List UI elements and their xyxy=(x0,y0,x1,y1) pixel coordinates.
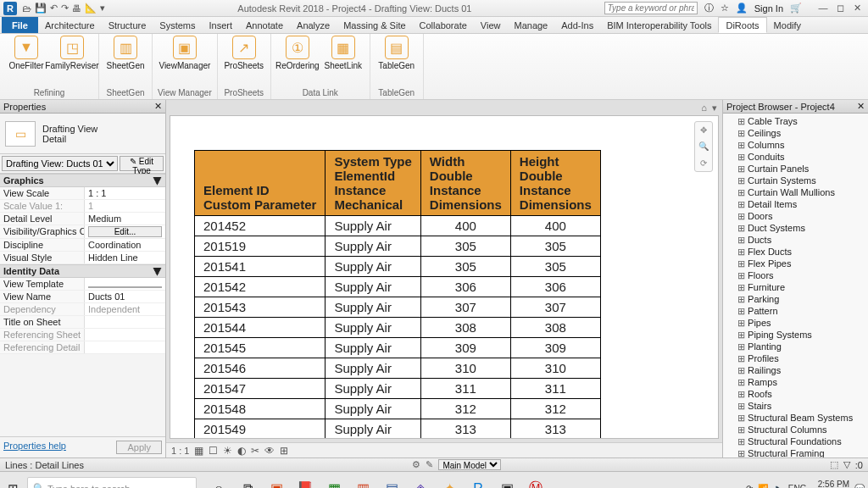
word-icon[interactable]: ▤ xyxy=(378,475,405,489)
tree-node[interactable]: ⊞ Structural Columns xyxy=(723,424,868,435)
detail-level-icon[interactable]: ▦ xyxy=(194,445,203,457)
tablegen-button[interactable]: ▤TableGen xyxy=(376,36,418,70)
tree-node[interactable]: ⊞ Cable Trays xyxy=(723,115,868,127)
crop-icon[interactable]: ✂ xyxy=(251,445,259,457)
taskview-icon[interactable]: ⧉ xyxy=(234,475,261,489)
canvas[interactable]: ✥ 🔍 ⟳ Element IDCustom ParameterSystem T… xyxy=(170,115,719,439)
apply-button[interactable]: Apply xyxy=(116,441,162,454)
tree-node[interactable]: ⊞ Railings xyxy=(723,364,868,376)
sheetgen-button[interactable]: ▥SheetGen xyxy=(104,36,147,70)
scale-label[interactable]: 1 : 1 xyxy=(171,446,189,456)
help-search-input[interactable] xyxy=(604,2,698,14)
tree-node[interactable]: ⊞ Furniture xyxy=(723,281,868,293)
tree-node[interactable]: ⊞ Ramps xyxy=(723,376,868,388)
tab-diroots[interactable]: DiRoots xyxy=(718,17,766,33)
minimize-button[interactable]: — xyxy=(815,3,831,14)
tab-modify[interactable]: Modify xyxy=(767,17,808,33)
notifications-icon[interactable]: 💬 xyxy=(854,484,865,488)
section-identity[interactable]: Identity Data⯆ xyxy=(0,264,165,278)
tab-architecture[interactable]: Architecture xyxy=(38,17,102,33)
excel-icon[interactable]: ▦ xyxy=(320,475,348,489)
tab-massing-site[interactable]: Massing & Site xyxy=(337,17,412,33)
orbit-icon[interactable]: ⟳ xyxy=(700,158,707,168)
tree-node[interactable]: ⊞ Conduits xyxy=(723,151,868,163)
print-icon[interactable]: 🖶 xyxy=(72,3,81,14)
undo-icon[interactable]: ↶ xyxy=(50,3,58,14)
app-icon[interactable]: 📕 xyxy=(292,475,319,489)
sync-icon[interactable]: ⟳ xyxy=(746,484,753,488)
property-row[interactable]: DependencyIndependent xyxy=(0,303,165,316)
pan-icon[interactable]: ✥ xyxy=(700,125,707,135)
property-row[interactable]: Visual StyleHidden Line xyxy=(0,252,165,264)
reordering-button[interactable]: ①ReOrdering xyxy=(276,36,319,70)
measure-icon[interactable]: 📐 xyxy=(85,3,97,14)
tab-structure[interactable]: Structure xyxy=(102,17,153,33)
tab-add-ins[interactable]: Add-Ins xyxy=(554,17,600,33)
sheetlink-button[interactable]: ▦SheetLink xyxy=(322,36,364,70)
close-icon[interactable]: ✕ xyxy=(857,101,865,112)
tree-node[interactable]: ⊞ Roofs xyxy=(723,388,868,400)
lang-label[interactable]: ENG xyxy=(788,484,807,488)
tree-node[interactable]: ⊞ Ducts xyxy=(723,234,868,246)
powerpoint-icon[interactable]: ▥ xyxy=(349,475,376,489)
view-options-icon[interactable]: ▾ xyxy=(712,103,717,114)
save-icon[interactable]: 💾 xyxy=(35,3,47,14)
tree-node[interactable]: ⊞ Floors xyxy=(723,269,868,281)
star-icon[interactable]: ☆ xyxy=(721,3,729,14)
cart-icon[interactable]: 🛒 xyxy=(790,3,802,14)
tree-node[interactable]: ⊞ Profiles xyxy=(723,352,868,364)
tree-node[interactable]: ⊞ Flex Pipes xyxy=(723,258,868,269)
zoom-icon[interactable]: 🔍 xyxy=(698,141,709,151)
tree-node[interactable]: ⊞ Flex Ducts xyxy=(723,246,868,258)
view-cube-icon[interactable]: ⌂ xyxy=(701,103,707,113)
close-icon[interactable]: ✕ xyxy=(154,101,162,112)
info-icon[interactable]: ⓘ xyxy=(704,2,714,14)
app-icon[interactable]: ◈ xyxy=(407,475,434,489)
hide-icon[interactable]: 👁 xyxy=(264,445,275,457)
select-icon[interactable]: ⬚ xyxy=(830,459,838,470)
prosheets-button[interactable]: ↗ProSheets xyxy=(223,36,265,70)
worksets-icon[interactable]: ⚙ xyxy=(412,459,420,470)
mcafee-icon[interactable]: Ⓜ xyxy=(522,475,549,489)
edit-type-button[interactable]: ✎ Edit Type xyxy=(120,156,164,171)
volume-icon[interactable]: 🔈 xyxy=(773,484,783,488)
tree-node[interactable]: ⊞ Doors xyxy=(723,210,868,222)
signin-label[interactable]: Sign In xyxy=(754,3,783,14)
chevron-up-icon[interactable]: ︿ xyxy=(732,483,741,489)
onefilter-button[interactable]: ▼OneFilter xyxy=(5,36,47,70)
tree-node[interactable]: ⊞ Ceilings xyxy=(723,127,868,139)
property-row[interactable]: Detail LevelMedium xyxy=(0,213,165,225)
property-row[interactable]: View NameDucts 01 xyxy=(0,291,165,303)
tree-node[interactable]: ⊞ Stairs xyxy=(723,400,868,412)
tree-node[interactable]: ⊞ Pipes xyxy=(723,317,868,329)
start-button[interactable]: ⊞ xyxy=(3,480,22,489)
tab-file[interactable]: File xyxy=(2,17,38,33)
revit-icon[interactable]: R xyxy=(465,475,492,489)
property-row[interactable]: Scale Value 1:1 xyxy=(0,200,165,213)
tab-view[interactable]: View xyxy=(474,17,508,33)
tab-collaborate[interactable]: Collaborate xyxy=(413,17,474,33)
property-row[interactable]: Referencing Detail xyxy=(0,341,165,354)
visual-style-icon[interactable]: ☐ xyxy=(209,445,218,457)
tree-node[interactable]: ⊞ Detail Items xyxy=(723,198,868,210)
app-icon[interactable]: ▣ xyxy=(263,475,290,489)
tab-bim-interoperability-tools[interactable]: BIM Interoperability Tools xyxy=(600,17,718,33)
tree-node[interactable]: ⊞ Pattern xyxy=(723,305,868,317)
model-selector[interactable]: Main Model xyxy=(438,459,501,470)
taskbar-search[interactable]: 🔍 Type here to search xyxy=(27,477,197,489)
tree-node[interactable]: ⊞ Curtain Systems xyxy=(723,175,868,186)
tree-node[interactable]: ⊞ Curtain Wall Mullions xyxy=(723,186,868,198)
property-row[interactable]: View Scale1 : 1 xyxy=(0,187,165,200)
tree-node[interactable]: ⊞ Parking xyxy=(723,293,868,305)
shadows-icon[interactable]: ◐ xyxy=(237,445,246,457)
tree-node[interactable]: ⊞ Structural Framing xyxy=(723,447,868,458)
tree-node[interactable]: ⊞ Planting xyxy=(723,341,868,352)
reveal-icon[interactable]: ⊞ xyxy=(280,445,288,457)
tab-annotate[interactable]: Annotate xyxy=(239,17,290,33)
tree-node[interactable]: ⊞ Structural Foundations xyxy=(723,435,868,447)
section-graphics[interactable]: Graphics⯆ xyxy=(0,174,165,187)
property-row[interactable]: View Template xyxy=(0,278,165,291)
tab-analyze[interactable]: Analyze xyxy=(290,17,337,33)
app-icon[interactable]: ▣ xyxy=(493,475,520,489)
open-icon[interactable]: 🗁 xyxy=(22,3,31,14)
